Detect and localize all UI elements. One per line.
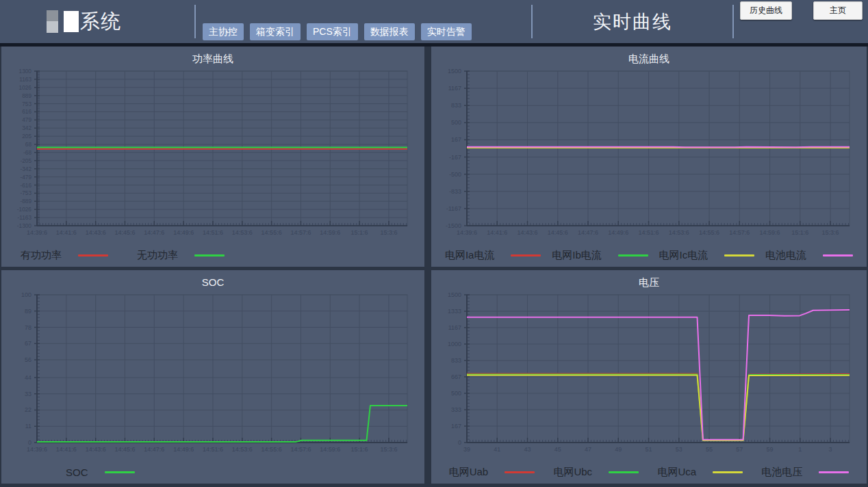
logo-mark-icon (64, 11, 79, 32)
nav-button-pcs-index[interactable]: PCS索引 (307, 23, 358, 40)
svg-text:14:39:6: 14:39:6 (27, 446, 47, 453)
svg-text:14:53:6: 14:53:6 (669, 229, 689, 236)
legend-item[interactable]: 电网Ib电流 (552, 249, 648, 262)
nav-button-main-control[interactable]: 主协控 (203, 23, 244, 40)
svg-text:0: 0 (28, 439, 31, 446)
legend-line-swatch (511, 254, 541, 256)
svg-text:14:51:6: 14:51:6 (203, 446, 223, 453)
legend-label: 无功功率 (137, 249, 178, 262)
svg-text:11: 11 (25, 423, 31, 430)
svg-text:-205: -205 (20, 157, 31, 164)
svg-text:14:57:6: 14:57:6 (729, 229, 750, 236)
svg-text:41: 41 (494, 446, 500, 453)
svg-text:14:57:6: 14:57:6 (290, 446, 311, 453)
legend-item[interactable]: SOC (66, 466, 135, 478)
voltage-chart: 1500133311671000833667500333167039414345… (431, 289, 867, 460)
svg-text:1: 1 (798, 446, 802, 453)
legend-label: 电网Ia电流 (445, 249, 495, 262)
legend-label: 电网Ic电流 (659, 249, 709, 262)
legend-item[interactable]: 有功功率 (21, 249, 108, 262)
svg-text:14:43:6: 14:43:6 (86, 446, 106, 453)
svg-text:15:1:6: 15:1:6 (351, 229, 368, 236)
svg-text:14:45:6: 14:45:6 (548, 229, 568, 236)
header-actions: 历史曲线 主页 (734, 0, 868, 43)
voltage-panel: 电压 1500133311671000833667500333167039414… (431, 270, 867, 484)
svg-text:33: 33 (25, 391, 31, 397)
history-curve-button[interactable]: 历史曲线 (740, 1, 792, 20)
svg-text:14:51:6: 14:51:6 (639, 229, 659, 236)
legend-item[interactable]: 电网Ia电流 (445, 249, 541, 262)
charts-grid: 功率曲线 13001163102688975361647934220568-68… (1, 47, 867, 484)
nav-button-realtime-alarm[interactable]: 实时告警 (421, 23, 472, 40)
svg-text:51: 51 (646, 446, 652, 453)
svg-text:0: 0 (458, 439, 461, 446)
svg-text:1300: 1300 (19, 68, 32, 75)
svg-text:14:39:6: 14:39:6 (457, 229, 477, 236)
legend-line-swatch (105, 471, 135, 473)
svg-text:-753: -753 (20, 189, 31, 196)
svg-text:14:41:6: 14:41:6 (56, 229, 77, 236)
svg-text:45: 45 (554, 446, 561, 453)
svg-text:14:47:6: 14:47:6 (144, 229, 164, 236)
svg-text:14:53:6: 14:53:6 (232, 229, 253, 236)
soc-panel: SOC 1008978675644332211014:39:614:41:614… (1, 270, 424, 484)
current-curve-title: 电流曲线 (431, 47, 867, 66)
power-curve-legend: 有功功率无功功率 (1, 244, 424, 267)
legend-label: 电网Uab (449, 466, 489, 479)
svg-text:44: 44 (25, 374, 31, 381)
svg-text:14:49:6: 14:49:6 (173, 229, 194, 236)
svg-text:500: 500 (451, 119, 461, 126)
svg-text:14:45:6: 14:45:6 (114, 446, 135, 453)
svg-text:-1167: -1167 (446, 205, 461, 212)
nav-button-transformer-index[interactable]: 箱变索引 (250, 23, 301, 40)
header: 系统 主协控 箱变索引 PCS索引 数据报表 实时告警 实时曲线 历史曲线 主页 (0, 0, 868, 47)
legend-item[interactable]: 电池电压 (761, 466, 849, 479)
logo-text: 系统 (80, 8, 121, 36)
nav-button-data-report[interactable]: 数据报表 (364, 23, 415, 40)
legend-item[interactable]: 电网Ubc (553, 466, 639, 479)
legend-item[interactable]: 无功功率 (137, 249, 225, 262)
home-button[interactable]: 主页 (813, 1, 863, 20)
svg-text:43: 43 (524, 446, 531, 453)
legend-label: 有功功率 (21, 249, 62, 262)
svg-text:1167: 1167 (448, 85, 461, 92)
svg-text:57: 57 (736, 446, 743, 453)
legend-line-swatch (724, 254, 754, 256)
legend-label: SOC (66, 466, 88, 478)
svg-text:3: 3 (829, 446, 832, 453)
svg-text:14:43:6: 14:43:6 (517, 229, 537, 236)
svg-text:14:49:6: 14:49:6 (608, 229, 628, 236)
legend-line-swatch (618, 254, 648, 256)
svg-text:500: 500 (451, 390, 461, 397)
svg-text:-167: -167 (449, 154, 461, 161)
svg-text:15:3:6: 15:3:6 (380, 229, 397, 236)
svg-text:14:59:6: 14:59:6 (320, 446, 340, 453)
svg-text:14:45:6: 14:45:6 (114, 229, 135, 236)
legend-item[interactable]: 电池电流 (765, 249, 853, 262)
svg-text:-833: -833 (449, 188, 461, 195)
power-curve-panel: 功率曲线 13001163102688975361647934220568-68… (1, 47, 424, 267)
legend-item[interactable]: 电网Uab (449, 466, 535, 479)
legend-line-swatch (609, 471, 639, 473)
svg-text:47: 47 (585, 446, 591, 453)
current-curve-legend: 电网Ia电流电网Ib电流电网Ic电流电池电流 (431, 244, 867, 267)
current-curve-chart: 15001167833500167-167-500-833-1167-15001… (431, 66, 867, 244)
svg-text:667: 667 (451, 373, 461, 380)
logo-mark-icon (47, 10, 58, 33)
legend-item[interactable]: 电网Ic电流 (659, 249, 755, 262)
logo: 系统 (0, 0, 194, 43)
legend-line-swatch (194, 254, 225, 256)
main-nav: 主协控 箱变索引 PCS索引 数据报表 实时告警 (196, 0, 531, 43)
svg-text:15:1:6: 15:1:6 (791, 229, 808, 236)
svg-text:833: 833 (451, 357, 461, 364)
svg-text:167: 167 (451, 136, 461, 143)
power-curve-title: 功率曲线 (1, 47, 424, 66)
svg-text:14:41:6: 14:41:6 (487, 229, 507, 236)
svg-text:14:41:6: 14:41:6 (56, 446, 77, 453)
svg-text:889: 889 (22, 92, 31, 99)
svg-text:59: 59 (767, 446, 774, 453)
svg-text:205: 205 (22, 133, 31, 140)
svg-text:89: 89 (25, 308, 31, 315)
legend-item[interactable]: 电网Uca (657, 466, 743, 479)
svg-text:-1163: -1163 (17, 214, 31, 221)
